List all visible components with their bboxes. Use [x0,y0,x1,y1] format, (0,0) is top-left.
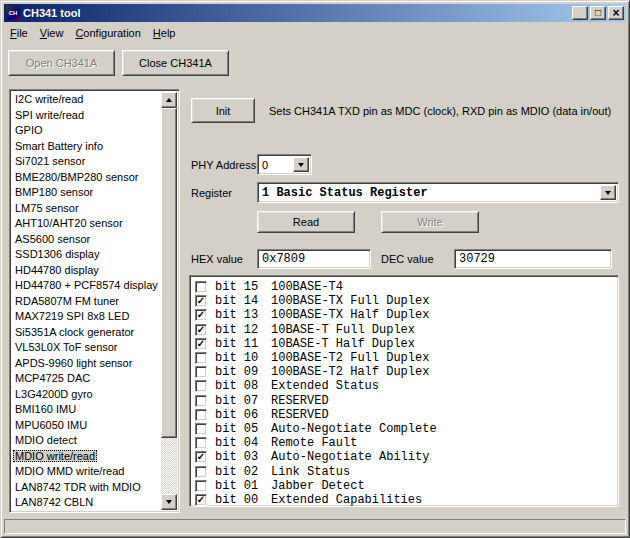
titlebar-buttons: _ □ × [572,6,624,20]
register-dropdown-button[interactable] [600,185,616,200]
list-item[interactable]: GPIO [12,123,161,139]
list-item-label: LAN8742 CBLN [13,496,95,508]
bit-description: 10BASE-T Half Duplex [271,337,415,351]
list-item[interactable]: Si7021 sensor [12,154,161,170]
menu-file[interactable]: File [4,25,34,41]
menu-help[interactable]: Help [147,25,182,41]
dec-value-input[interactable] [454,249,612,269]
bit-checkbox[interactable] [195,380,207,392]
read-button[interactable]: Read [257,211,355,233]
scrollbar-thumb[interactable] [161,108,177,438]
menu-configuration[interactable]: Configuration [69,25,146,41]
bit-checkbox[interactable] [195,437,207,449]
list-item[interactable]: AS5600 sensor [12,232,161,248]
list-item[interactable]: BMI160 IMU [12,402,161,418]
bit-description: 100BASE-T2 Full Duplex [271,351,429,365]
bit-checkbox[interactable]: ✓ [195,324,207,336]
open-ch341a-button[interactable]: Open CH341A [8,50,115,76]
bit-checkbox[interactable]: ✓ [195,295,207,307]
minimize-icon: _ [577,12,582,21]
list-item[interactable]: APDS-9960 light sensor [12,356,161,372]
bit-checkbox[interactable] [195,366,207,378]
scroll-up-icon [166,98,172,102]
list-item[interactable]: SSD1306 display [12,247,161,263]
bit-checkbox[interactable] [195,423,207,435]
list-item[interactable]: MDIO write/read [12,449,161,465]
bit-label: bit 13 [215,308,271,322]
list-item[interactable]: LAN8742 CBLN [12,495,161,510]
list-item-label: Si7021 sensor [13,155,87,167]
list-item[interactable]: HD44780 display [12,263,161,279]
bit-row: ✓ bit 13 100BASE-TX Half Duplex [195,308,614,322]
bit-label: bit 08 [215,379,271,393]
bit-label: bit 09 [215,365,271,379]
list-item[interactable]: MDIO MMD write/read [12,464,161,480]
bit-label: bit 15 [215,280,271,294]
init-button[interactable]: Init [191,98,255,123]
bit-row: bit 06 RESERVED [195,408,614,422]
bit-label: bit 14 [215,294,271,308]
device-list-scrollbar[interactable] [161,92,177,510]
bit-description: Auto-Negotiate Complete [271,422,437,436]
bit-description: RESERVED [271,394,329,408]
phy-address-combo[interactable]: 0 [257,154,312,175]
bit-checkbox[interactable] [195,395,207,407]
list-item[interactable]: MAX7219 SPI 8x8 LED [12,309,161,325]
bit-checkbox[interactable] [195,281,207,293]
bit-checkbox[interactable]: ✓ [195,494,207,506]
list-item-label: LM75 sensor [13,202,81,214]
bit-checkbox[interactable] [195,466,207,478]
bit-description: 100BASE-T4 [271,280,343,294]
device-list: I2C write/readSPI write/readGPIOSmart Ba… [12,92,161,510]
list-item[interactable]: LM75 sensor [12,201,161,217]
list-item[interactable]: L3G4200D gyro [12,387,161,403]
menu-view[interactable]: View [34,25,70,41]
register-combo[interactable]: 1 Basic Status Register [257,182,619,203]
list-item[interactable]: RDA5807M FM tuner [12,294,161,310]
list-item-label: LAN8742 TDR with MDIO [13,481,143,493]
close-ch341a-button[interactable]: Close CH341A [122,50,229,76]
list-item[interactable]: MCP4725 DAC [12,371,161,387]
list-item[interactable]: I2C write/read [12,92,161,108]
hex-value-input[interactable] [257,249,371,269]
title-bar[interactable]: CH CH341 tool _ □ × [4,4,626,22]
list-item[interactable]: Si5351A clock generator [12,325,161,341]
bit-row: bit 09 100BASE-T2 Half Duplex [195,365,614,379]
list-item[interactable]: AHT10/AHT20 sensor [12,216,161,232]
maximize-button[interactable]: □ [590,6,606,20]
close-button[interactable]: × [608,6,624,20]
list-item[interactable]: HD44780 + PCF8574 display [12,278,161,294]
list-item[interactable]: MDIO detect [12,433,161,449]
bit-description: Auto-Negotiate Ability [271,450,429,464]
list-item[interactable]: Smart Battery info [12,139,161,155]
bit-label: bit 03 [215,450,271,464]
bit-description: RESERVED [271,408,329,422]
list-item[interactable]: MPU6050 IMU [12,418,161,434]
list-item-label: AHT10/AHT20 sensor [13,217,125,229]
list-item[interactable]: VL53L0X ToF sensor [12,340,161,356]
list-item-label: BMP180 sensor [13,186,95,198]
bit-label: bit 10 [215,351,271,365]
bit-description: Extended Status [271,379,379,393]
list-item[interactable]: SPI write/read [12,108,161,124]
phy-dropdown-button[interactable] [293,157,309,172]
list-item-label: AS5600 sensor [13,233,92,245]
write-button[interactable]: Write [381,211,479,233]
scroll-up-button[interactable] [161,92,177,108]
scroll-down-button[interactable] [161,494,177,510]
dropdown-arrow-icon [298,163,304,167]
bit-description: 100BASE-TX Full Duplex [271,294,429,308]
bit-checkbox[interactable] [195,409,207,421]
bit-checkbox[interactable]: ✓ [195,338,207,350]
list-item-label: L3G4200D gyro [13,388,95,400]
bit-checkbox[interactable]: ✓ [195,451,207,463]
bit-checkbox[interactable] [195,352,207,364]
list-item[interactable]: BME280/BMP280 sensor [12,170,161,186]
bit-row: ✓ bit 11 10BASE-T Half Duplex [195,337,614,351]
list-item[interactable]: LAN8742 TDR with MDIO [12,480,161,496]
list-item[interactable]: BMP180 sensor [12,185,161,201]
minimize-button[interactable]: _ [572,6,588,20]
bit-checkbox[interactable] [195,480,207,492]
bit-checkbox[interactable]: ✓ [195,309,207,321]
list-item-label: BMI160 IMU [13,403,78,415]
